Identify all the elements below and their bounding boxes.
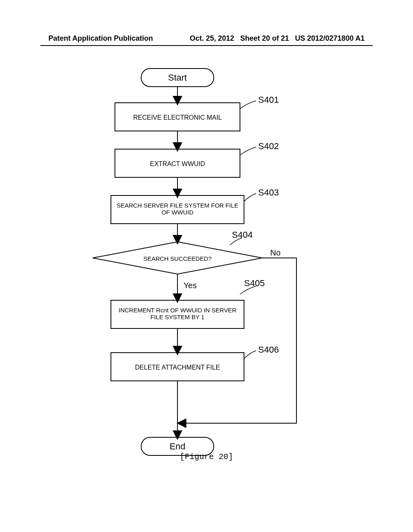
end-label: End <box>169 441 185 451</box>
page-header: Patent Application Publication Oct. 25, … <box>0 34 413 43</box>
s406-label: S406 <box>258 345 279 355</box>
step-s401-text: RECEIVE ELECTRONIC MAIL <box>133 114 222 121</box>
no-label: No <box>270 248 281 257</box>
start-label: Start <box>168 73 187 83</box>
step-s406-text: DELETE ATTACHMENT FILE <box>135 364 220 371</box>
publication-date: Oct. 25, 2012 <box>190 34 234 43</box>
publication-number: US 2012/0271800 A1 <box>295 34 365 43</box>
step-s405-text1: INCREMENT Rcnt OF WWUID IN SERVER <box>119 307 236 314</box>
s405-label: S405 <box>244 278 265 288</box>
flowchart-svg: Start RECEIVE ELECTRONIC MAIL S401 EXTRA… <box>0 64 413 468</box>
s404-label: S404 <box>232 230 252 240</box>
yes-label: Yes <box>184 281 197 290</box>
s401-label: S401 <box>258 95 279 105</box>
s402-leader <box>240 147 256 155</box>
s401-leader <box>240 101 256 109</box>
step-s403-text1: SEARCH SERVER FILE SYSTEM FOR FILE <box>117 202 238 209</box>
step-s404-text: SEARCH SUCCEEDED? <box>143 255 211 262</box>
step-s402-text: EXTRACT WWUID <box>150 160 205 167</box>
publication-type: Patent Application Publication <box>48 34 190 43</box>
header-right-group: Oct. 25, 2012 Sheet 20 of 21 US 2012/027… <box>190 34 365 43</box>
step-s405-text2: FILE SYSTEM BY 1 <box>150 314 204 320</box>
sheet-number: Sheet 20 of 21 <box>240 34 289 43</box>
step-s403-text2: OF WWUID <box>161 209 193 216</box>
s403-label: S403 <box>258 187 279 197</box>
s402-label: S402 <box>258 141 279 151</box>
no-branch-line <box>181 258 296 423</box>
header-divider <box>40 45 373 46</box>
s406-leader <box>244 351 256 359</box>
flowchart-container: Start RECEIVE ELECTRONIC MAIL S401 EXTRA… <box>0 64 413 468</box>
s403-leader <box>244 193 256 202</box>
figure-caption: [Figure 20] <box>0 452 413 461</box>
